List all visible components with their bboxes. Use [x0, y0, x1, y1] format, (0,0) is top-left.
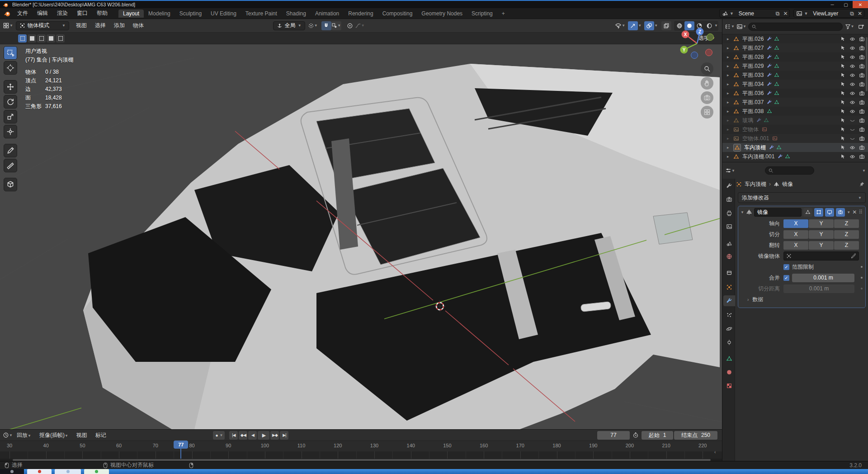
- timeline-ruler[interactable]: 3040506070809010011012013014015016017018…: [0, 441, 722, 451]
- visibility-eye-icon[interactable]: [849, 81, 855, 87]
- visibility-eye-icon[interactable]: [849, 145, 855, 151]
- gizmos-toggle[interactable]: [628, 21, 638, 30]
- topbar-menu-文件[interactable]: 文件: [13, 9, 33, 17]
- topbar-menu-帮助[interactable]: 帮助: [92, 9, 112, 17]
- topbar-menu-窗口[interactable]: 窗口: [72, 9, 92, 17]
- expand-arrow-icon[interactable]: ▸: [727, 118, 731, 123]
- outliner-filter-button[interactable]: ▼: [844, 22, 854, 31]
- visibility-eye-icon[interactable]: [849, 154, 855, 160]
- properties-tab-object[interactable]: [723, 282, 735, 293]
- selectable-toggle-icon[interactable]: [840, 136, 846, 141]
- axis-button-翻转-X[interactable]: X: [783, 241, 808, 250]
- render-visibility-icon[interactable]: [859, 118, 865, 123]
- clipping-checkbox[interactable]: ✓: [783, 264, 789, 270]
- data-subpanel[interactable]: › 数据: [738, 294, 865, 305]
- properties-tab-physics[interactable]: [723, 323, 735, 334]
- render-visibility-icon[interactable]: [859, 90, 865, 96]
- properties-tab-constraints[interactable]: [723, 337, 735, 348]
- add-modifier-button[interactable]: 添加修改器 ▼: [738, 192, 866, 203]
- blender-menu-icon[interactable]: [4, 10, 11, 17]
- properties-tab-view-layer[interactable]: [723, 221, 735, 232]
- outliner-row-平面.034[interactable]: ▸平面.034: [722, 80, 868, 89]
- selectable-toggle-icon[interactable]: [840, 145, 846, 150]
- scene-name[interactable]: Scene: [735, 10, 774, 17]
- outliner-row-平面.026[interactable]: ▸平面.026: [722, 34, 868, 43]
- object-name[interactable]: 平面.028: [741, 53, 765, 61]
- axis-button-翻转-Z[interactable]: Z: [834, 241, 859, 250]
- play-button[interactable]: ▶: [258, 431, 269, 440]
- timeline-menu-标记[interactable]: 标记: [91, 431, 110, 439]
- outliner-row-空物体.001[interactable]: ▸空物体.001: [722, 134, 868, 143]
- view-layer-selector[interactable]: ▼ ViewLayer ⧉ ✕: [793, 9, 864, 18]
- remove-view-layer-icon[interactable]: ✕: [856, 10, 864, 17]
- properties-tab-texture[interactable]: [723, 380, 735, 391]
- render-visibility-icon[interactable]: [859, 63, 865, 69]
- select-mode-new[interactable]: [18, 34, 27, 43]
- selectable-toggle-icon[interactable]: [840, 72, 846, 78]
- playhead-frame-badge[interactable]: 77: [174, 441, 188, 449]
- new-scene-icon[interactable]: ⧉: [774, 10, 782, 17]
- collapse-panel-icon[interactable]: ▼: [741, 210, 744, 214]
- workspace-tab-Compositing[interactable]: Compositing: [378, 9, 417, 18]
- outliner-row-平面.036[interactable]: ▸平面.036: [722, 89, 868, 98]
- outliner-row-车内顶棚.001[interactable]: ▸车内顶棚.001: [722, 152, 868, 161]
- prev-keyframe-button[interactable]: ◆◀: [239, 431, 247, 440]
- animate-dot-icon[interactable]: [861, 266, 863, 268]
- selectable-toggle-icon[interactable]: [840, 36, 846, 42]
- viewport-menu-视图[interactable]: 视图: [72, 22, 91, 29]
- timeline-menu-视图[interactable]: 视图: [72, 431, 91, 439]
- selectable-toggle-icon[interactable]: [840, 81, 846, 87]
- modifier-render-toggle[interactable]: [836, 208, 845, 217]
- selectable-toggle-icon[interactable]: [840, 127, 846, 132]
- start-button[interactable]: [0, 469, 24, 474]
- next-keyframe-button[interactable]: ▶◆: [270, 431, 279, 440]
- properties-options-icon[interactable]: ▼: [862, 169, 866, 173]
- expand-arrow-icon[interactable]: ▸: [727, 91, 731, 95]
- bisect-distance-field[interactable]: 0.001 m: [783, 284, 854, 293]
- selectable-toggle-icon[interactable]: [840, 90, 846, 96]
- object-name[interactable]: 平面.026: [741, 35, 765, 43]
- properties-tab-scene[interactable]: [723, 238, 735, 249]
- axis-button-切分-Z[interactable]: Z: [834, 230, 859, 239]
- proportional-editing-toggle[interactable]: [345, 21, 355, 30]
- select-mode-extend[interactable]: [28, 34, 36, 43]
- outliner-row-玻璃[interactable]: ▸玻璃: [722, 116, 868, 125]
- modifier-extras-icon[interactable]: ▼: [847, 210, 850, 214]
- new-collection-button[interactable]: [856, 22, 866, 31]
- object-name[interactable]: 平面.034: [741, 81, 765, 88]
- object-name[interactable]: 平面.033: [741, 71, 765, 79]
- outliner-row-车内顶棚[interactable]: ▸车内顶棚: [722, 143, 868, 152]
- properties-search-input[interactable]: [765, 166, 814, 175]
- visibility-eye-icon[interactable]: [849, 90, 855, 96]
- taskbar-app-2[interactable]: [55, 469, 81, 474]
- unlink-scene-icon[interactable]: ✕: [781, 10, 789, 17]
- topbar-menu-编辑[interactable]: 编辑: [33, 9, 52, 17]
- properties-tab-output[interactable]: [723, 208, 735, 218]
- workspace-tab-UV Editing[interactable]: UV Editing: [206, 9, 241, 18]
- outliner-row-平面.028[interactable]: ▸平面.028: [722, 52, 868, 62]
- expand-arrow-icon[interactable]: ▸: [727, 145, 731, 150]
- camera-view-icon[interactable]: [701, 91, 713, 104]
- axis-button-翻转-Y[interactable]: Y: [809, 241, 834, 250]
- chevron-down-icon[interactable]: ▼: [802, 11, 809, 16]
- properties-tab-world[interactable]: [723, 251, 735, 262]
- modifier-delete-icon[interactable]: ✕: [852, 209, 857, 215]
- properties-tab-material[interactable]: [723, 367, 735, 378]
- select-mode-subtract[interactable]: [37, 34, 46, 43]
- object-name[interactable]: 玻璃: [741, 117, 755, 124]
- play-reverse-button[interactable]: ◀: [248, 431, 257, 440]
- visibility-eye-icon[interactable]: [849, 100, 855, 105]
- visibility-eye-icon[interactable]: [849, 109, 855, 114]
- gizmo-y-neg-axis[interactable]: [707, 34, 714, 41]
- mirror-object-field[interactable]: [783, 251, 859, 261]
- pan-hand-icon[interactable]: [701, 77, 713, 90]
- gizmos-dropdown-icon[interactable]: ▼: [638, 24, 642, 28]
- select-mode-invert[interactable]: [47, 34, 55, 43]
- auto-keying-toggle[interactable]: ●▼: [213, 431, 225, 440]
- render-visibility-icon[interactable]: [859, 109, 865, 114]
- timeline-menu-抠像(插帧)[interactable]: 抠像(插帧)▼: [35, 431, 72, 439]
- modifier-on-cage-toggle[interactable]: [803, 208, 812, 217]
- render-visibility-icon[interactable]: [859, 36, 865, 42]
- selectable-toggle-icon[interactable]: [840, 118, 846, 123]
- panel-expand-arrow-icon[interactable]: ‹: [714, 450, 716, 455]
